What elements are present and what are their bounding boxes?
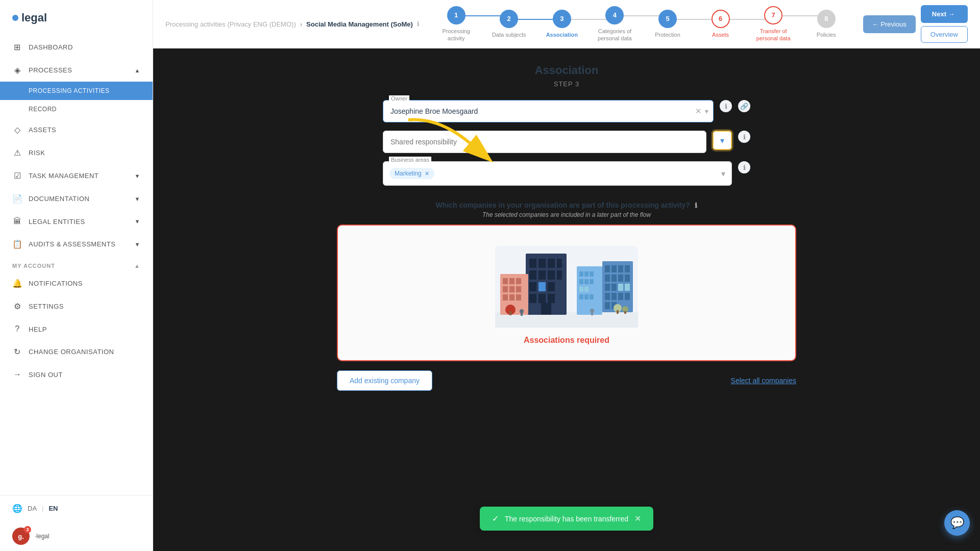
main-area: Processing activities (Privacy ENG (DEMO… bbox=[153, 0, 980, 551]
help-icon: ? bbox=[12, 324, 22, 334]
clear-icon[interactable]: ✕ bbox=[695, 107, 702, 116]
sidebar-item-label: HELP bbox=[29, 325, 47, 333]
sidebar-item-label: NOTIFICATIONS bbox=[29, 280, 83, 287]
tag-close-icon[interactable]: ✕ bbox=[425, 170, 429, 177]
svg-rect-18 bbox=[625, 265, 630, 272]
user-avatar-row: g. 3 ·legal bbox=[0, 521, 153, 551]
svg-rect-44 bbox=[548, 282, 555, 291]
sidebar-item-notifications[interactable]: 🔔 NOTIFICATIONS bbox=[0, 272, 153, 295]
sidebar-item-processing-activities[interactable]: PROCESSING ACTIVITIES bbox=[0, 82, 153, 100]
sidebar-item-help[interactable]: ? HELP bbox=[0, 318, 153, 340]
companies-actions: Add existing company Select all companie… bbox=[337, 370, 796, 391]
svg-rect-25 bbox=[618, 284, 623, 291]
sidebar-item-label: RECORD bbox=[29, 106, 57, 113]
toast-close-button[interactable]: ✕ bbox=[634, 514, 641, 523]
sidebar-item-label: TASK MANAGEMENT bbox=[29, 172, 99, 180]
avatar-initials: g. bbox=[18, 533, 24, 540]
sidebar-item-processes[interactable]: ◈ PROCESSES ▲ bbox=[0, 59, 153, 82]
sidebar-item-audits[interactable]: 📋 AUDITS & ASSESSMENTS ▼ bbox=[0, 233, 153, 256]
step-circle-4: 4 bbox=[605, 6, 624, 24]
svg-rect-19 bbox=[605, 274, 610, 282]
svg-rect-31 bbox=[605, 302, 610, 309]
chevron-down-icon: ▼ bbox=[135, 218, 140, 224]
add-existing-company-button[interactable]: Add existing company bbox=[337, 370, 432, 391]
svg-rect-50 bbox=[503, 278, 508, 284]
sidebar-item-legal-entities[interactable]: 🏛 LEGAL ENTITIES ▼ bbox=[0, 210, 153, 233]
sidebar-item-documentation[interactable]: 📄 DOCUMENTATION ▼ bbox=[0, 187, 153, 210]
city-illustration bbox=[495, 246, 638, 328]
step-circle-6: 6 bbox=[712, 10, 730, 28]
sidebar-item-risk[interactable]: ⚠ RISK bbox=[0, 141, 153, 164]
business-areas-row: Business areas Marketing ✕ ▾ ℹ bbox=[383, 161, 750, 186]
owner-input[interactable] bbox=[383, 100, 714, 122]
companies-box: Associations required bbox=[337, 224, 796, 361]
step-6: 6 Assets bbox=[694, 10, 747, 38]
business-areas-dropdown-icon[interactable]: ▾ bbox=[721, 169, 725, 179]
svg-rect-28 bbox=[611, 293, 617, 300]
svg-rect-16 bbox=[611, 265, 617, 272]
business-areas-field[interactable]: Marketing ✕ ▾ bbox=[383, 161, 732, 186]
dashboard-icon: ⊞ bbox=[12, 42, 22, 52]
companies-help-icon[interactable]: ℹ bbox=[695, 202, 697, 209]
avatar: g. 3 bbox=[12, 528, 30, 545]
business-areas-help-icon[interactable]: ℹ bbox=[738, 161, 750, 173]
overview-button[interactable]: Overview bbox=[921, 26, 968, 43]
sidebar-footer: 🌐 DA | EN bbox=[0, 495, 153, 521]
sidebar-item-assets[interactable]: ◇ ASSETS bbox=[0, 118, 153, 141]
sidebar-item-task-management[interactable]: ☑ TASK MANAGEMENT ▼ bbox=[0, 164, 153, 187]
svg-rect-20 bbox=[611, 274, 617, 282]
shared-responsibility-dropdown-button[interactable]: ▾ bbox=[713, 131, 732, 150]
sidebar-item-label: PROCESSES bbox=[29, 66, 72, 74]
chevron-down-icon: ▼ bbox=[135, 241, 140, 247]
sidebar-item-label: PROCESSING ACTIVITIES bbox=[29, 87, 110, 94]
sidebar-item-sign-out[interactable]: → SIGN OUT bbox=[0, 363, 153, 386]
owner-help-icon[interactable]: ℹ bbox=[720, 100, 732, 112]
shared-responsibility-input[interactable] bbox=[383, 131, 706, 153]
globe-icon: 🌐 bbox=[12, 504, 22, 513]
sidebar-item-settings[interactable]: ⚙ SETTINGS bbox=[0, 295, 153, 318]
svg-rect-41 bbox=[557, 270, 562, 280]
step-2: 2 Data subjects bbox=[482, 10, 535, 38]
owner-link-icon[interactable]: 🔗 bbox=[738, 100, 750, 112]
svg-rect-37 bbox=[557, 259, 562, 268]
svg-rect-17 bbox=[618, 265, 623, 272]
step-circle-8: 8 bbox=[817, 10, 836, 28]
chevron-down-icon: ▼ bbox=[135, 196, 140, 202]
prev-button[interactable]: ← Previous bbox=[863, 15, 916, 33]
svg-rect-27 bbox=[605, 293, 610, 300]
svg-rect-39 bbox=[538, 270, 546, 280]
step-label-2: Data subjects bbox=[492, 31, 526, 38]
owner-row: Owner ✕ ▾ ℹ 🔗 bbox=[383, 100, 750, 122]
sidebar-item-dashboard[interactable]: ⊞ DASHBOARD bbox=[0, 36, 153, 59]
sidebar-item-record[interactable]: RECORD bbox=[0, 100, 153, 118]
step-8: 8 Policies bbox=[800, 10, 853, 38]
avatar-service-name: ·legal bbox=[35, 533, 50, 540]
step-7: 7 Transfer of personal data bbox=[747, 6, 800, 42]
svg-rect-22 bbox=[625, 274, 630, 282]
select-all-companies-button[interactable]: Select all companies bbox=[731, 377, 796, 385]
svg-rect-68 bbox=[591, 312, 593, 315]
next-button[interactable]: Next → bbox=[921, 5, 968, 23]
dropdown-toggle-icon[interactable]: ▾ bbox=[705, 107, 708, 115]
svg-rect-42 bbox=[529, 282, 536, 291]
step-label-8: Policies bbox=[817, 31, 836, 38]
toast-message: The responsibility has been transferred bbox=[505, 515, 628, 523]
chat-icon: 💬 bbox=[950, 516, 964, 530]
sidebar-item-label: DASHBOARD bbox=[29, 43, 73, 51]
account-section: MY ACCOUNT ▲ bbox=[0, 256, 153, 272]
shared-responsibility-help-icon[interactable]: ℹ bbox=[738, 131, 750, 143]
svg-rect-47 bbox=[548, 294, 555, 303]
lang-da[interactable]: DA bbox=[28, 505, 37, 512]
content-scroll: Association STEP 3 Owner ✕ ▾ ℹ 🔗 bbox=[153, 48, 980, 551]
sidebar-item-label: ASSETS bbox=[29, 126, 56, 134]
svg-rect-56 bbox=[503, 294, 508, 300]
sign-out-icon: → bbox=[12, 370, 22, 379]
settings-icon: ⚙ bbox=[12, 302, 22, 311]
svg-rect-58 bbox=[516, 294, 521, 300]
sidebar-item-change-org[interactable]: ↻ CHANGE ORGANISATION bbox=[0, 340, 153, 363]
risk-icon: ⚠ bbox=[12, 148, 22, 158]
svg-rect-60 bbox=[509, 311, 511, 315]
lang-en[interactable]: EN bbox=[48, 505, 58, 512]
form-container: Owner ✕ ▾ ℹ 🔗 bbox=[383, 100, 750, 186]
chat-button[interactable]: 💬 bbox=[944, 510, 970, 536]
